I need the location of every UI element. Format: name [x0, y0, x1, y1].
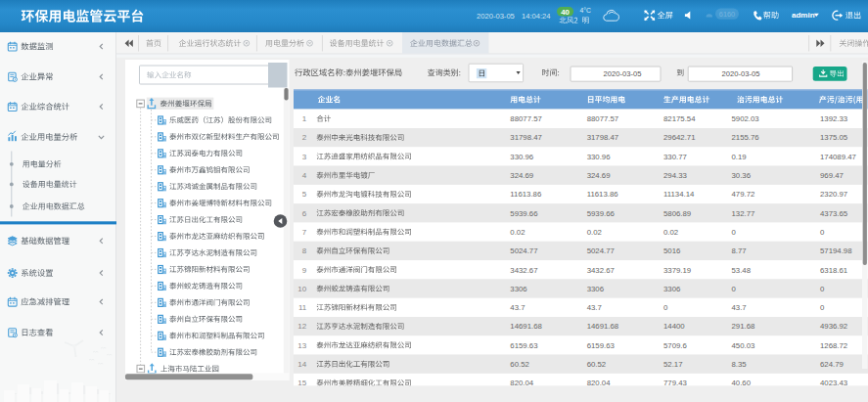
svg-text:624.79: 624.79	[820, 360, 844, 369]
svg-text:3: 3	[302, 153, 307, 161]
svg-text:4373.65: 4373.65	[820, 209, 848, 218]
svg-text:1392.33: 1392.33	[820, 114, 847, 123]
svg-text:8: 8	[302, 246, 307, 255]
svg-text:0: 0	[820, 303, 825, 312]
svg-text:11613.86: 11613.86	[587, 190, 618, 199]
svg-text:2155.76: 2155.76	[732, 133, 759, 142]
svg-text:0.02: 0.02	[510, 228, 525, 237]
svg-text:294.33: 294.33	[663, 171, 687, 180]
svg-text:969.47: 969.47	[820, 171, 844, 180]
svg-text:88077.57: 88077.57	[510, 114, 542, 123]
svg-text:14400: 14400	[663, 322, 685, 331]
svg-text:450.03: 450.03	[732, 341, 755, 350]
svg-text:43.7: 43.7	[732, 303, 747, 312]
svg-text:14691.68: 14691.68	[510, 322, 542, 331]
svg-text:0.02: 0.02	[663, 228, 678, 237]
svg-text:11: 11	[298, 303, 307, 312]
svg-text:4936.92: 4936.92	[820, 322, 847, 331]
svg-text:0: 0	[663, 303, 668, 312]
svg-text:88077.57: 88077.57	[587, 114, 619, 123]
svg-text:5016: 5016	[663, 246, 680, 255]
svg-text:60.52: 60.52	[587, 360, 607, 369]
svg-text:291.68: 291.68	[732, 322, 755, 331]
svg-text:2020-03-05: 2020-03-05	[604, 69, 642, 78]
svg-text:4°C: 4°C	[580, 7, 591, 14]
svg-text:5024.77: 5024.77	[587, 246, 615, 255]
svg-text:0: 0	[820, 228, 825, 237]
svg-text:479.72: 479.72	[732, 190, 755, 199]
svg-text:324.69: 324.69	[587, 171, 611, 180]
svg-text:6159.63: 6159.63	[587, 341, 615, 350]
svg-text:40: 40	[561, 8, 570, 17]
svg-text:43.7: 43.7	[510, 303, 525, 312]
svg-text:11613.86: 11613.86	[510, 190, 541, 199]
svg-text:6318.61: 6318.61	[820, 266, 847, 275]
svg-text:14: 14	[297, 360, 306, 369]
svg-text:9: 9	[302, 266, 307, 275]
svg-text:330.96: 330.96	[510, 153, 533, 161]
svg-text:43.7: 43.7	[587, 303, 602, 312]
svg-text:2: 2	[302, 133, 307, 142]
svg-text:132.77: 132.77	[732, 209, 755, 218]
svg-text:1: 1	[302, 114, 307, 123]
svg-text:0: 0	[732, 285, 737, 293]
svg-text:11134.14: 11134.14	[663, 190, 695, 199]
svg-text:7: 7	[302, 228, 307, 237]
svg-text:0.19: 0.19	[732, 153, 747, 161]
svg-text:0: 0	[820, 285, 825, 293]
svg-text:3432.67: 3432.67	[510, 266, 537, 275]
svg-text:3432.67: 3432.67	[587, 266, 615, 275]
svg-text:330.77: 330.77	[663, 153, 687, 161]
svg-text:6: 6	[302, 209, 307, 218]
svg-text:8.35: 8.35	[732, 360, 748, 369]
svg-text:8.77: 8.77	[732, 246, 747, 255]
svg-text:82175.54: 82175.54	[663, 114, 696, 123]
svg-text:14691.68: 14691.68	[587, 322, 619, 331]
svg-text:31798.47: 31798.47	[510, 133, 542, 142]
svg-text:3306: 3306	[663, 285, 680, 293]
svg-text:5806.89: 5806.89	[663, 209, 691, 218]
svg-text:13: 13	[297, 341, 306, 350]
svg-text:5939.66: 5939.66	[510, 209, 537, 218]
svg-text:29642.71: 29642.71	[663, 133, 696, 142]
svg-text:5902.03: 5902.03	[732, 114, 759, 123]
svg-text:5939.66: 5939.66	[587, 209, 615, 218]
svg-text:3306: 3306	[510, 285, 526, 293]
svg-text:60.52: 60.52	[510, 360, 529, 369]
svg-text:57194.98: 57194.98	[820, 246, 852, 255]
svg-text:0: 0	[732, 228, 737, 237]
svg-text:174089.47: 174089.47	[820, 153, 856, 161]
svg-text:6159.63: 6159.63	[510, 341, 537, 350]
svg-text:admin: admin	[792, 11, 815, 20]
svg-text:52.17: 52.17	[663, 360, 683, 369]
svg-text:3379.19: 3379.19	[663, 266, 691, 275]
svg-text:10: 10	[297, 285, 306, 293]
svg-text:14:04:24: 14:04:24	[522, 12, 551, 21]
svg-text:5: 5	[302, 190, 307, 199]
svg-text:5709.6: 5709.6	[663, 341, 687, 350]
svg-text:2020-03-05: 2020-03-05	[477, 12, 515, 21]
svg-text:31798.47: 31798.47	[587, 133, 619, 142]
svg-text:2320.97: 2320.97	[820, 190, 847, 199]
svg-text:1268.72: 1268.72	[820, 341, 847, 350]
svg-text:6160: 6160	[719, 10, 735, 19]
svg-text:53.48: 53.48	[732, 266, 752, 275]
svg-text:5024.77: 5024.77	[510, 246, 537, 255]
svg-text:2020-03-05: 2020-03-05	[722, 69, 760, 78]
svg-text:0.02: 0.02	[587, 228, 602, 237]
svg-text:330.96: 330.96	[587, 153, 611, 161]
svg-text:1375.05: 1375.05	[820, 133, 848, 142]
svg-text:12: 12	[297, 322, 306, 331]
svg-text:30.36: 30.36	[732, 171, 752, 180]
svg-text:4: 4	[302, 171, 307, 180]
svg-text:3306: 3306	[587, 285, 604, 293]
svg-text:324.69: 324.69	[510, 171, 533, 180]
